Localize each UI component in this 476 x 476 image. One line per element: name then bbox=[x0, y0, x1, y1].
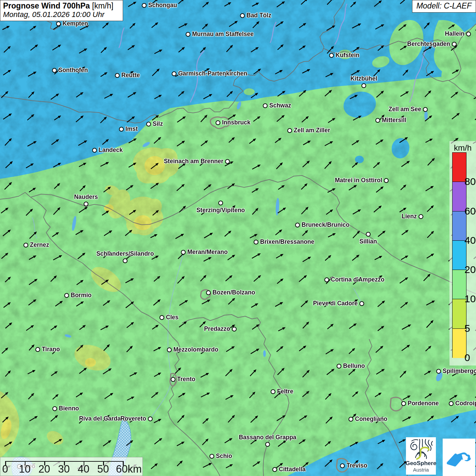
legend-segment bbox=[453, 211, 466, 241]
map-title: Prognose Wind 700hPa [km/h] bbox=[3, 1, 120, 10]
wind-forecast-map-app: Schongau Bad Tölz Kempten Murnau am Staf… bbox=[0, 0, 476, 476]
mountain-cloud-icon bbox=[445, 445, 473, 469]
scale-label: 60km bbox=[116, 463, 142, 475]
legend-segment bbox=[453, 299, 466, 328]
legend-segment bbox=[453, 153, 466, 182]
legend-segment bbox=[453, 270, 466, 299]
geosphere-logo-subtext: Austria bbox=[413, 467, 429, 473]
geosphere-logo-box: GeoSphere Austria bbox=[406, 437, 436, 475]
legend-segment bbox=[453, 182, 466, 211]
scale-label: 20 bbox=[38, 463, 50, 475]
foehn-app-logo-box bbox=[443, 439, 475, 476]
model-label: Modell: C-LAEF bbox=[417, 1, 472, 10]
legend-boundary-label: 5 bbox=[464, 323, 470, 334]
legend-boundary-label: 80 bbox=[464, 176, 476, 187]
title-box: Prognose Wind 700hPa [km/h] Montag, 05.0… bbox=[0, 0, 123, 21]
hillshade-texture bbox=[0, 0, 476, 476]
legend-boundary-label: 0 bbox=[464, 353, 470, 363]
legend-segment bbox=[453, 241, 466, 270]
geosphere-logo-text: GeoSphere bbox=[406, 460, 437, 467]
wind-map-canvas bbox=[0, 0, 476, 476]
model-label-box: Modell: C-LAEF bbox=[412, 0, 476, 13]
map-scale-bar: 0102030405060km bbox=[0, 457, 143, 476]
map-datetime: Montag, 05.01.2026 10:00 Uhr bbox=[3, 10, 120, 19]
legend-boundary-label: 40 bbox=[464, 235, 476, 245]
scale-label: 50 bbox=[97, 463, 109, 475]
legend-boundary-label: 20 bbox=[464, 265, 476, 275]
scale-label: 0 bbox=[2, 463, 8, 475]
scale-label: 30 bbox=[58, 463, 70, 475]
legend-unit-label: km/h bbox=[449, 143, 476, 153]
legend-boundary-label: 10 bbox=[464, 294, 476, 304]
wind-speed-legend: km/h 806040201050 bbox=[449, 141, 476, 366]
scale-label: 10 bbox=[19, 463, 30, 475]
legend-segment bbox=[453, 329, 466, 358]
geosphere-logo-icon bbox=[407, 437, 435, 461]
legend-boundary-label: 60 bbox=[464, 206, 476, 216]
scale-label: 40 bbox=[78, 463, 89, 475]
